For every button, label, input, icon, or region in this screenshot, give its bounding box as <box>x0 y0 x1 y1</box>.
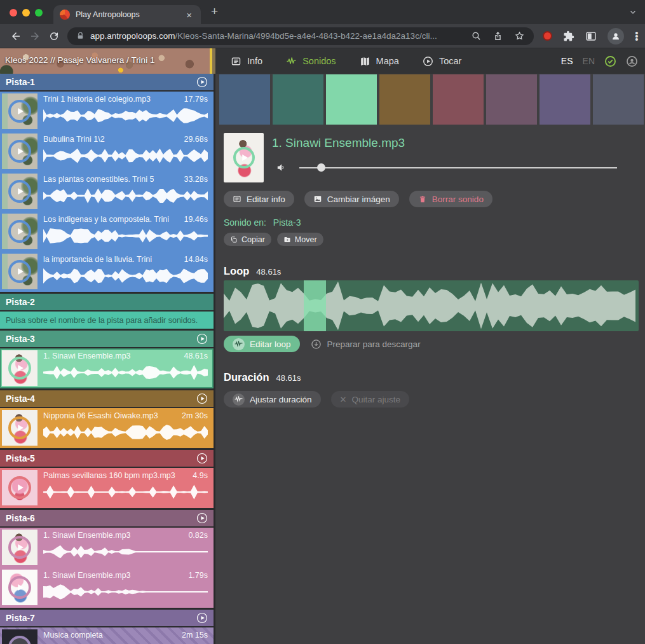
clip-thumbnail[interactable] <box>2 570 37 605</box>
clip-thumbnail[interactable] <box>2 530 37 565</box>
extensions-puzzle-icon[interactable] <box>563 31 574 42</box>
sound-play-icon[interactable] <box>233 147 255 168</box>
color-swatch-3[interactable] <box>326 74 377 125</box>
track-name[interactable]: Pista-3 <box>6 334 35 344</box>
move-button[interactable]: Mover <box>277 233 323 246</box>
tab-tocar[interactable]: Tocar <box>423 56 461 67</box>
new-tab-button[interactable]: + <box>211 4 218 18</box>
clip-thumbnail[interactable] <box>2 410 37 446</box>
track-header[interactable]: Pista-5 <box>0 450 214 467</box>
tab-sonidos[interactable]: Sonidos <box>286 56 336 67</box>
clip-play-icon[interactable] <box>8 416 31 439</box>
clip-play-icon[interactable] <box>8 536 31 559</box>
address-bar[interactable]: app.antropoloops.com /Kleos-Santa-Marina… <box>67 27 534 45</box>
track-name[interactable]: Pista-2 <box>6 297 35 307</box>
sound-image[interactable] <box>224 133 264 182</box>
color-swatch-1[interactable] <box>219 74 270 125</box>
track-name[interactable]: Pista-4 <box>6 394 35 404</box>
track-play-icon[interactable] <box>196 333 208 345</box>
clip-thumbnail[interactable] <box>2 470 37 505</box>
color-swatch-5[interactable] <box>433 74 484 125</box>
clip-thumbnail[interactable] <box>2 350 37 386</box>
bookmark-star-icon[interactable] <box>514 31 525 41</box>
track-header[interactable]: Pista-4 <box>0 390 214 407</box>
tab-search-chevron-icon[interactable] <box>629 8 637 16</box>
profile-avatar[interactable] <box>608 28 624 45</box>
account-icon[interactable] <box>626 55 638 67</box>
breadcrumb[interactable]: Kleos 2022 // Pasaje Valvanera / Trini 1 <box>5 55 154 65</box>
track-play-icon[interactable] <box>196 453 208 464</box>
clip-play-icon[interactable] <box>8 260 31 283</box>
traffic-lights[interactable] <box>10 9 43 17</box>
lang-en[interactable]: EN <box>583 56 595 66</box>
clip[interactable]: Musica completa2m 15s <box>0 627 214 644</box>
share-icon[interactable] <box>492 31 503 41</box>
browser-tab[interactable]: Play Antropoloops × <box>53 5 201 24</box>
track-play-icon[interactable] <box>196 612 208 624</box>
delete-sound-button[interactable]: Borrar sonido <box>409 191 492 207</box>
reload-button[interactable] <box>44 27 64 46</box>
track-play-icon[interactable] <box>196 76 208 88</box>
minimize-window-button[interactable] <box>22 9 30 17</box>
clip-thumbnail[interactable] <box>2 629 37 644</box>
clip-thumbnail[interactable] <box>2 254 37 289</box>
clip-play-icon[interactable] <box>8 100 31 123</box>
clip[interactable]: Bubulina Trini 1\229.68s <box>0 132 214 172</box>
color-swatch-6[interactable] <box>486 74 537 125</box>
color-swatch-2[interactable] <box>273 74 323 125</box>
side-panel-icon[interactable] <box>585 31 597 42</box>
track-header[interactable]: Pista-2 <box>0 294 214 310</box>
track-name[interactable]: Pista-6 <box>6 513 35 523</box>
edit-info-button[interactable]: Editar info <box>224 191 294 207</box>
adjust-duration-button[interactable]: Ajustar duración <box>224 391 321 408</box>
clip-play-icon[interactable] <box>8 180 31 203</box>
clip-play-icon[interactable] <box>8 357 31 380</box>
clip[interactable]: 1. Sinawi Ensemble.mp348.61s <box>0 348 214 388</box>
clip[interactable]: Las plantas comestibles. Trini 533.28s <box>0 172 214 212</box>
tab-close-icon[interactable]: × <box>184 9 194 21</box>
zoom-lens-icon[interactable] <box>471 31 482 41</box>
change-image-button[interactable]: Cambiar imágen <box>304 191 399 207</box>
record-extension-icon[interactable] <box>543 31 552 41</box>
clip[interactable]: Palmas sevillanas 160 bpm mp3.mp34.9s <box>0 468 214 508</box>
clip-play-icon[interactable] <box>8 636 31 644</box>
clip[interactable]: la importancia de la lluvia. Trini14.84s <box>0 252 214 292</box>
track-name[interactable]: Pista-7 <box>6 613 35 623</box>
clip[interactable]: Nipponia 06 Esashi Oiwake.mp32m 30s <box>0 408 214 448</box>
browser-menu-icon[interactable]: ••• <box>635 31 639 41</box>
clip-thumbnail[interactable] <box>2 134 37 169</box>
clip[interactable]: 1. Sinawi Ensemble.mp30.82s <box>0 528 214 568</box>
prepare-download-button[interactable]: Preparar para descargar <box>311 339 421 350</box>
close-window-button[interactable] <box>10 9 17 17</box>
loop-waveform[interactable] <box>224 280 639 331</box>
clip[interactable]: Los indigenas y la compostela. Trini19.4… <box>0 212 214 252</box>
clip-thumbnail[interactable] <box>2 214 37 249</box>
track-play-icon[interactable] <box>196 512 208 524</box>
track-name[interactable]: Pista-1 <box>6 77 35 87</box>
track-header[interactable]: Pista-3 <box>0 331 214 347</box>
loop-selection[interactable] <box>304 280 326 331</box>
color-swatch-7[interactable] <box>540 74 590 125</box>
clip-play-icon[interactable] <box>8 140 31 163</box>
forward-button[interactable] <box>25 27 44 46</box>
track-header[interactable]: Pista-6 <box>0 510 214 526</box>
tab-info[interactable]: Info <box>231 56 262 67</box>
zoom-window-button[interactable] <box>35 9 43 17</box>
color-swatch-4[interactable] <box>379 74 430 125</box>
clip-play-icon[interactable] <box>8 576 31 599</box>
track-name[interactable]: Pista-5 <box>6 453 35 463</box>
color-swatch-8[interactable] <box>593 74 644 125</box>
tab-mapa[interactable]: Mapa <box>360 56 399 67</box>
clip[interactable]: 1. Sinawi Ensemble.mp31.79s <box>0 568 214 608</box>
track-header[interactable]: Pista-7 <box>0 610 214 626</box>
copy-button[interactable]: Copiar <box>224 233 271 246</box>
track-play-icon[interactable] <box>196 393 208 404</box>
speaker-icon[interactable] <box>276 162 287 173</box>
map-thumbnail[interactable]: Kleos 2022 // Pasaje Valvanera / Trini 1 <box>0 48 215 74</box>
back-button[interactable] <box>6 27 25 46</box>
volume-thumb[interactable] <box>317 163 325 172</box>
track-header[interactable]: Pista-1 <box>0 74 214 90</box>
edit-loop-button[interactable]: Editar loop <box>224 336 300 352</box>
remove-adjust-button[interactable]: ✕ Quitar ajuste <box>331 391 409 408</box>
volume-slider[interactable] <box>299 167 617 168</box>
